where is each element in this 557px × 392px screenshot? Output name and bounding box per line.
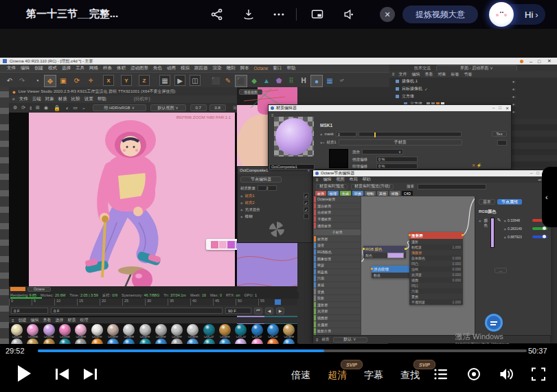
matmgr-menu-item: 纹理 (80, 317, 89, 323)
status-value: 37/34.1m (170, 293, 186, 297)
player-drawer-toggle[interactable]: ‹ (542, 167, 557, 227)
timeline-tick: 25 (122, 299, 145, 305)
node-params-panel: 基本 节点属性 RGB颜色 ◉ 颜色 ✎ ◉0.33948 ◉0.283149 (475, 196, 551, 335)
render-check: ✓ (424, 87, 428, 91)
more-icon[interactable] (272, 8, 286, 21)
subtitle-button[interactable]: 字幕 (364, 369, 383, 382)
topbar-divider (296, 8, 297, 21)
player-control-area: 29:52 50:37 倍速 超清 字幕 查找 SVIP SVIP (0, 344, 557, 392)
offset-label: 纹理偏移 (352, 164, 374, 169)
menu-item: 创建 (34, 65, 43, 71)
status-key: Tri: (163, 293, 169, 297)
timeline-tick: 30 (145, 299, 168, 305)
frame-slider: 0 F (51, 308, 223, 314)
summarize-video-button[interactable]: 提炼视频大意 (402, 5, 478, 23)
tab-basic: 基本 (479, 199, 495, 205)
close-x-glyph: ✕ (384, 10, 390, 19)
om-menu-item: 查看 (425, 71, 433, 78)
palette-item: RGB颜色 (317, 250, 332, 254)
palette-swatch (219, 241, 227, 249)
status-value: 20.6M (55, 293, 65, 297)
win-min: – (492, 106, 495, 111)
palette-item: 通用材质 (317, 224, 331, 228)
close-assistant-icon[interactable]: ✕ (380, 7, 395, 22)
om-menus: 文件编辑查看对象标签书签 (399, 71, 473, 78)
om-menu-item: 编辑 (412, 71, 420, 78)
c4d-left-tool-rail (0, 87, 9, 358)
lv-menu-item: 比较 (71, 96, 80, 102)
material-thumb: OctGla (9, 323, 25, 339)
composite-item-checkbox: ✓ (304, 193, 309, 198)
offset-value: 0 % (376, 157, 418, 162)
picture-in-picture-icon[interactable] (310, 8, 324, 21)
minimize-button: – (530, 59, 532, 64)
status-value: 2:05 | 3:59 (80, 293, 98, 297)
c4d-title-text: Cinema 4D R23.110 (RC) - [理想.c4d *] - 主要 (10, 58, 93, 65)
material-thumb: Octane (217, 323, 233, 339)
menu-item: 编辑 (21, 65, 30, 71)
playback-speed-button[interactable]: 倍速 (291, 369, 310, 382)
menu-item: 选择 (62, 65, 71, 71)
current-time: 29:52 (5, 347, 25, 355)
status-value: 1 (255, 293, 257, 297)
play-button[interactable] (18, 365, 31, 382)
share-icon[interactable] (210, 8, 224, 21)
total-duration: 50:37 (528, 347, 547, 355)
composite-item-row: ◉ 材质1 ✓ (238, 192, 312, 199)
node-row-label: 自体颜色 (411, 256, 425, 260)
win-max: □ (499, 106, 501, 111)
tab-node-params: 节点属性 (497, 199, 522, 205)
material-thumb: Octane (153, 323, 169, 339)
status-key: 采样: (102, 293, 111, 298)
c4d-menu-items: 文件编辑创建模式选择工具网格样条体积运动图形角色动画模拟跟踪器渲染雕刻脚本Oct… (0, 65, 389, 72)
rgb-slider (532, 235, 547, 238)
menu-item: 网格 (89, 65, 98, 71)
ne-menu-item: 视图 (337, 176, 345, 183)
volume-icon[interactable] (499, 367, 514, 381)
search-label: 搜索 (407, 184, 414, 189)
ne-menu-item: 编辑 (323, 176, 332, 183)
assistant-avatar[interactable] (489, 2, 514, 27)
viewport-info-text: 890*896 ZOOM %80 PAR:1:1 (177, 115, 231, 119)
filter-tab: C4D (402, 191, 413, 196)
menu-item: 运动图形 (130, 65, 148, 71)
play-forward-button: ▶ (276, 308, 284, 314)
lv-status: (待机中) (134, 96, 150, 102)
download-icon[interactable] (242, 8, 255, 21)
object-name: 目标摄像机 (402, 86, 422, 92)
fullscreen-icon[interactable] (532, 367, 545, 381)
ne-menu-item: 帮助 (363, 176, 371, 183)
node-row-label: 薄膜层 (411, 251, 422, 255)
preview-button: 材质实时预览(升级) (351, 184, 394, 189)
read-aloud-icon[interactable] (342, 8, 356, 21)
playlist-icon[interactable] (434, 368, 448, 380)
node-color-swatch (387, 253, 404, 258)
node-editor-title: Octane节点编辑器 (321, 170, 354, 176)
exposure-value: 0.7 (190, 104, 207, 111)
record-dot-icon[interactable] (467, 367, 481, 381)
search-input (418, 184, 486, 189)
material-thumb: OctCor (233, 323, 249, 339)
seek-bar[interactable] (38, 349, 527, 352)
material-editor-window: 材质编辑器 –□✕ ≡ MSK1 ◉ mask 0 Tex ◉ ▸ 材质1 子材… (268, 104, 512, 170)
filter-tab: 材质 (315, 191, 326, 196)
composite-item-label: 材质1 (245, 194, 255, 198)
quality-button[interactable]: 超清 (328, 369, 347, 382)
lv-menu-item: 对象 (45, 96, 54, 102)
preview-button: 材质实时预览 (316, 184, 348, 189)
palette-item: 散射介质 (317, 329, 331, 333)
filter-tabs: 材质纹理生成转换钳制其他排除C4D (313, 190, 549, 196)
material-manager-menubar: ≡ 创建编辑查看选择材质纹理 (9, 317, 297, 323)
previous-button[interactable] (55, 369, 70, 380)
node-editor-titlebar: Octane节点编辑器 –□✕ (313, 170, 549, 176)
next-button[interactable] (82, 369, 98, 380)
search-in-video-button[interactable]: 查找 (400, 369, 420, 382)
offset-value: 0 % (376, 163, 418, 169)
material-preview (274, 117, 314, 157)
win-close: ✕ (505, 106, 509, 111)
palette-item: 噪波 (317, 263, 324, 267)
render-status-chip-row: Octane (9, 286, 297, 292)
submaterial-name: 材质1 (327, 140, 337, 145)
node-palette: Octane材质混合材质合成材质卡通材质通用材质 子材质 材质层 渐变RGB颜色… (313, 196, 362, 335)
filter-tab: 钳制 (365, 191, 376, 196)
